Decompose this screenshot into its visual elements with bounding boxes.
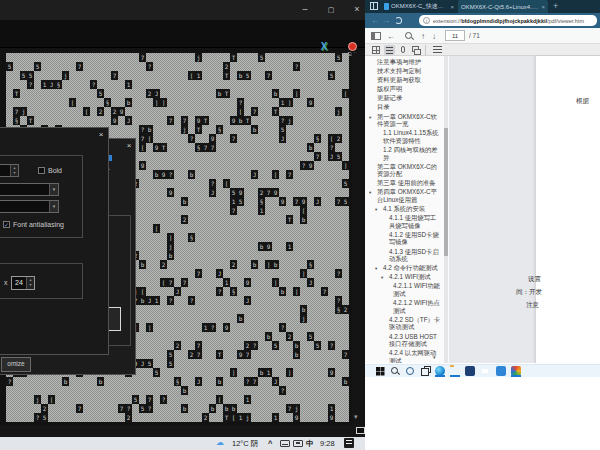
customize-button[interactable]: omize: [1, 357, 31, 372]
clock[interactable]: 9:28: [320, 439, 335, 448]
tab-close-icon[interactable]: ×: [450, 4, 454, 10]
noise-glyph: [139, 98, 146, 107]
noise-glyph: [293, 125, 300, 134]
dialog-close-button[interactable]: ×: [96, 130, 106, 139]
font-family-dropdown[interactable]: ▾: [0, 183, 59, 196]
forward-icon[interactable]: →: [382, 16, 390, 25]
noise-glyph: [230, 152, 237, 161]
info-icon[interactable]: [423, 17, 430, 24]
toc-item[interactable]: 版权声明: [365, 85, 443, 93]
sidebar-scrollbar[interactable]: [444, 56, 448, 363]
toc-item[interactable]: 更新记录: [365, 94, 443, 102]
toc-item[interactable]: 4.1.1 使用烧写工具烧写镜像: [365, 214, 443, 229]
dropdown-arrow-icon[interactable]: ▾: [49, 201, 58, 212]
toc-item[interactable]: 4.2.3 USB HOST接口存储测试: [365, 333, 443, 348]
toc-item[interactable]: 4.2.1.1 WIFI功能测试: [365, 282, 443, 297]
maximize-button[interactable]: ▢: [322, 4, 340, 16]
dropdown-arrow-icon[interactable]: ▾: [49, 184, 58, 195]
font-style-dropdown[interactable]: ▾: [0, 200, 59, 213]
spinner-arrows-icon[interactable]: ▴▾: [10, 165, 18, 176]
toc-item[interactable]: 4.2.4 以太网驱动测试: [365, 349, 443, 363]
hidden-icons-chevron[interactable]: ^: [268, 439, 272, 448]
toc-caret-icon[interactable]: ▾: [381, 274, 389, 282]
focused-button[interactable]: [108, 307, 121, 331]
noise-glyph: [167, 161, 174, 170]
toc-item[interactable]: 4.2.2 SD（TF）卡驱动测试: [365, 316, 443, 331]
toc-item[interactable]: 资料更新与获取: [365, 76, 443, 84]
size-spinner[interactable]: 24 ▴▾: [11, 276, 35, 290]
noise-glyph: [132, 80, 139, 89]
noise-glyph: [279, 107, 286, 116]
outline-view-button[interactable]: [384, 45, 395, 55]
toc-caret-icon[interactable]: ▾: [375, 206, 383, 214]
new-tab-button[interactable]: +: [553, 1, 558, 12]
font-size-spinner[interactable]: 0 ▴▾: [0, 164, 19, 177]
display-icon[interactable]: [293, 440, 303, 447]
toc-item[interactable]: ▾4.1 系统的安装: [365, 205, 443, 213]
weather-temp[interactable]: 12°C 阴: [232, 439, 258, 448]
weather-icon[interactable]: ☁: [216, 438, 224, 447]
tab-quickstart-manual[interactable]: OKMX6X-C_快速启动手册_V1.1 ×: [381, 0, 457, 13]
attachments-icon[interactable]: [401, 46, 405, 53]
noise-glyph: [223, 170, 230, 179]
pdf-back-icon[interactable]: ←: [387, 32, 395, 41]
toc-item[interactable]: 1.2 四核与双核的差异: [365, 146, 443, 161]
toc-item[interactable]: ▾第四章 OKMX6X-C平台Linux使用篇: [365, 188, 443, 203]
tab-user-manual[interactable]: OKMX6X-C-Qt5.6+Linux4.1.15-… ×: [458, 0, 548, 13]
close-button[interactable]: ×: [348, 4, 366, 16]
toc-item[interactable]: 4.1.2 使用SD卡烧写镜像: [365, 231, 443, 246]
noise-glyph: [160, 269, 167, 278]
noise-glyph: [188, 179, 195, 188]
toc-item[interactable]: 第二章 OKMX6X-C的资源分配: [365, 163, 443, 178]
window-tile-icon[interactable]: [370, 2, 378, 10]
toc-caret-icon[interactable]: ▾: [369, 189, 377, 197]
scrollbar-thumb[interactable]: [444, 128, 448, 256]
toc-item[interactable]: 目录: [365, 103, 443, 111]
toc-item[interactable]: 4.1.3 使用SD卡启动系统: [365, 248, 443, 263]
sidebar-more-icon[interactable]: ▾: [433, 354, 436, 360]
xserver-titlebar[interactable]: – ▢ ×: [0, 0, 365, 20]
toc-caret-icon[interactable]: ▾: [375, 265, 383, 273]
bold-checkbox[interactable]: [38, 167, 45, 174]
toc-item[interactable]: ▾4.2.1 WIFI测试: [365, 273, 443, 281]
noise-glyph: [237, 269, 244, 278]
noise-glyph: [279, 359, 286, 368]
page-up-icon[interactable]: ↑: [421, 32, 425, 41]
action-center-icon[interactable]: [344, 438, 354, 448]
ime-indicator[interactable]: 中: [306, 439, 314, 448]
page-down-icon[interactable]: ↓: [432, 32, 436, 41]
noise-glyph: [230, 341, 237, 350]
sidebar-toggle-icon[interactable]: [371, 32, 381, 40]
current-outline-item-icon[interactable]: [433, 46, 442, 54]
toc-item[interactable]: ▾4.2 命令行功能测试: [365, 264, 443, 272]
refresh-icon[interactable]: [395, 17, 402, 24]
touch-keyboard-icon[interactable]: [280, 440, 290, 447]
toc-item[interactable]: 技术支持与定制: [365, 67, 443, 75]
noise-glyph: [286, 80, 293, 89]
antialiasing-checkbox[interactable]: [3, 221, 10, 228]
noise-glyph: T: [286, 215, 293, 224]
noise-glyph: [286, 125, 293, 134]
back-icon[interactable]: ←: [371, 16, 379, 25]
dialog-close-button[interactable]: ×: [124, 141, 134, 150]
toc-caret-icon[interactable]: ▾: [369, 114, 377, 122]
defender-icon[interactable]: [496, 366, 506, 376]
spinner-arrows-icon[interactable]: ▴▾: [26, 277, 34, 289]
tab-close-icon[interactable]: ×: [541, 4, 545, 10]
minimize-button[interactable]: –: [296, 4, 314, 16]
toc-item[interactable]: 4.2.1.2 WIFI热点测试: [365, 299, 443, 314]
url-input[interactable]: extension://bfdogplmndidlpjfhojckpakkdjk…: [419, 15, 597, 26]
pdf-viewport[interactable]: 根据 设置 间：开发 注意: [449, 56, 600, 363]
page-number-input[interactable]: 11: [445, 30, 465, 41]
find-icon[interactable]: [405, 32, 414, 41]
toc-item[interactable]: ▾第一章 OKMX6X-C软件资源一览: [365, 113, 443, 128]
thumbnails-view-icon[interactable]: [372, 46, 380, 54]
toc-item[interactable]: 注意事项与维护: [365, 58, 443, 66]
toc-item[interactable]: 1.1 Linux4.1.15系统软件资源特性: [365, 129, 443, 144]
scroll-down-icon[interactable]: ▾: [354, 413, 358, 421]
terminal-scrollbar[interactable]: ▾: [352, 53, 364, 425]
noise-glyph: 9: [272, 188, 279, 197]
app-navy-icon[interactable]: [465, 366, 475, 376]
noise-glyph: [244, 62, 251, 71]
toc-item[interactable]: 第三章 使用前的准备: [365, 179, 443, 187]
